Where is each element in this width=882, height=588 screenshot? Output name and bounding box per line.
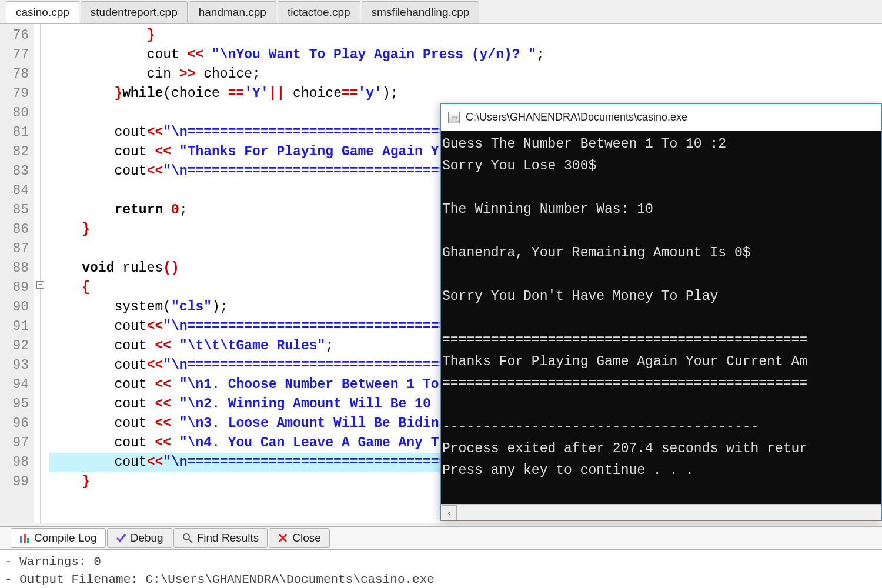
line-number: 94 [0,375,29,395]
tab-find-results[interactable]: Find Results [173,528,268,548]
file-tab[interactable]: smsfilehandling.cpp [362,1,480,23]
svg-rect-0 [20,536,22,543]
output-line: - Output Filename: C:\Users\GHANENDRA\Do… [5,571,878,588]
svg-rect-1 [24,534,26,543]
file-tab[interactable]: casino.cpp [6,1,79,23]
file-tab[interactable]: tictactoe.cpp [278,1,360,23]
line-number: 76 [0,26,29,45]
line-number: 93 [0,356,29,375]
line-number: 86 [0,220,29,239]
fold-column[interactable]: − [34,24,47,523]
tab-close-label: Close [292,532,321,544]
console-title-text: C:\Users\GHANENDRA\Documents\casino.exe [466,111,687,123]
line-number: 95 [0,395,29,414]
line-number: 99 [0,472,29,492]
tab-debug[interactable]: Debug [107,528,172,548]
svg-point-3 [183,534,189,540]
console-output[interactable]: Guess The Number Between 1 To 10 :2 Sorr… [441,131,881,504]
search-icon [182,533,193,543]
line-number: 83 [0,162,29,181]
line-number: 78 [0,65,29,84]
fold-box-icon[interactable]: − [36,281,44,289]
line-number: 98 [0,453,29,472]
tab-find-label: Find Results [197,532,259,544]
output-line: - Warnings: 0 [5,553,878,571]
console-app-icon: ▭ [448,112,460,123]
line-gutter: 7677787980818283848586878889909192939495… [0,24,34,523]
code-line[interactable]: cout << "\nYou Want To Play Again Press … [49,45,882,65]
file-tab[interactable]: studentreport.cpp [81,1,188,23]
svg-rect-2 [27,538,29,543]
check-icon [116,533,126,543]
line-number: 84 [0,181,29,201]
line-number: 96 [0,414,29,433]
line-number: 79 [0,84,29,103]
line-number: 97 [0,433,29,453]
log-icon [19,533,30,543]
file-tabs: casino.cppstudentreport.cpphandman.cppti… [0,0,882,24]
line-number: 92 [0,336,29,356]
line-number: 80 [0,103,29,123]
code-line[interactable]: }while(choice =='Y'|| choice=='y'); [49,84,882,103]
svg-line-4 [189,539,192,543]
code-line[interactable]: } [49,26,882,45]
output-pane: - Warnings: 0 - Output Filename: C:\User… [0,550,882,588]
line-number: 85 [0,201,29,220]
tab-close[interactable]: Close [269,528,330,548]
scroll-left-icon[interactable]: ‹ [442,505,457,520]
line-number: 81 [0,123,29,142]
code-line[interactable]: cin >> choice; [49,65,882,84]
console-window[interactable]: ▭ C:\Users\GHANENDRA\Documents\casino.ex… [440,103,882,521]
line-number: 77 [0,45,29,65]
tab-compile-log[interactable]: Compile Log [11,528,106,548]
tab-compile-log-label: Compile Log [34,532,97,544]
line-number: 88 [0,259,29,278]
line-number: 87 [0,239,29,259]
close-icon [278,533,288,543]
console-titlebar[interactable]: ▭ C:\Users\GHANENDRA\Documents\casino.ex… [441,104,881,131]
line-number: 82 [0,142,29,162]
tab-debug-label: Debug [131,532,163,544]
line-number: 91 [0,317,29,336]
file-tab[interactable]: handman.cpp [189,1,276,23]
line-number: 90 [0,298,29,317]
line-number: 89 [0,278,29,298]
bottom-tabs: Compile Log Debug Find Results Close [0,526,882,550]
console-hscrollbar[interactable]: ‹ [441,504,881,520]
